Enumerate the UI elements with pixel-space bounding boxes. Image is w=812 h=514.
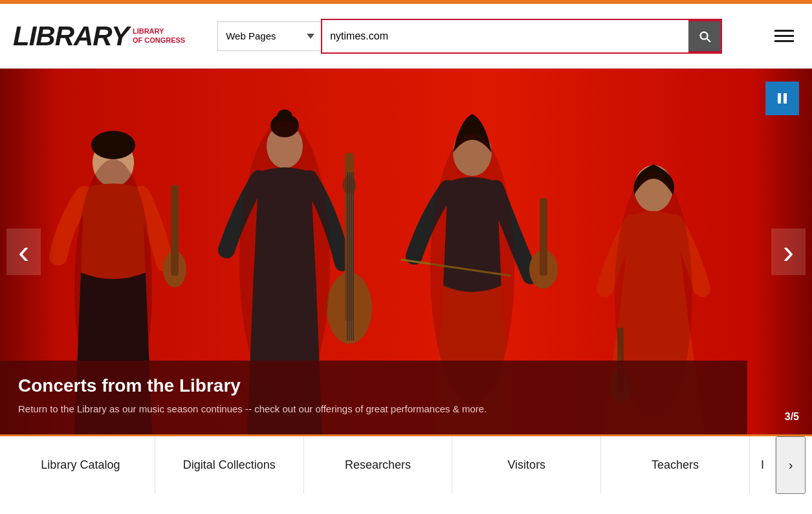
logo-library-text: LIBRARY xyxy=(13,23,129,50)
nav-item-digital-collections[interactable]: Digital Collections xyxy=(155,436,304,494)
search-icon xyxy=(697,29,712,43)
bottom-navigation: Library Catalog Digital Collections Rese… xyxy=(0,434,812,494)
slide-title: Concerts from the Library xyxy=(18,375,729,397)
nav-item-teachers[interactable]: Teachers xyxy=(601,436,750,494)
logo-subtitle: LIBRARY OF CONGRESS xyxy=(133,27,185,44)
slide-body: Return to the Library as our music seaso… xyxy=(18,402,729,417)
search-type-dropdown[interactable]: Web Pages Everything Books Newspapers Ma… xyxy=(217,21,321,51)
site-logo[interactable]: LIBRARY LIBRARY OF CONGRESS xyxy=(13,23,185,50)
slideshow-next-button[interactable]: › xyxy=(771,229,806,275)
hamburger-line-3 xyxy=(774,40,794,42)
svg-point-2 xyxy=(91,131,135,159)
nav-item-visitors[interactable]: Visitors xyxy=(452,436,601,494)
site-header: LIBRARY LIBRARY OF CONGRESS Web Pages Ev… xyxy=(0,4,812,69)
hamburger-line-1 xyxy=(774,30,794,32)
search-dropdown-wrapper: Web Pages Everything Books Newspapers Ma… xyxy=(217,21,321,51)
svg-rect-32 xyxy=(778,93,781,104)
svg-rect-4 xyxy=(171,185,179,276)
slideshow-caption: Concerts from the Library Return to the … xyxy=(0,361,747,434)
svg-rect-21 xyxy=(540,198,547,276)
chevron-right-icon: › xyxy=(789,458,793,473)
slide-counter: 3/5 xyxy=(785,411,799,423)
search-container: Web Pages Everything Books Newspapers Ma… xyxy=(217,19,722,54)
hamburger-menu-button[interactable] xyxy=(769,25,799,47)
hero-slideshow: ‹ › Concerts from the Library Return to … xyxy=(0,69,812,434)
pause-icon xyxy=(774,91,790,106)
bottom-nav-more-button[interactable]: › xyxy=(776,436,806,494)
slideshow-prev-button[interactable]: ‹ xyxy=(6,229,41,275)
nav-item-library-catalog[interactable]: Library Catalog xyxy=(6,436,155,494)
nav-item-more-truncated[interactable]: I xyxy=(750,436,776,494)
hamburger-line-2 xyxy=(774,35,794,37)
svg-rect-33 xyxy=(784,93,787,104)
search-input-wrapper xyxy=(321,19,722,54)
slideshow-pause-button[interactable] xyxy=(765,82,799,115)
nav-item-researchers[interactable]: Researchers xyxy=(304,436,453,494)
search-input[interactable] xyxy=(322,21,688,51)
search-button[interactable] xyxy=(688,20,722,52)
